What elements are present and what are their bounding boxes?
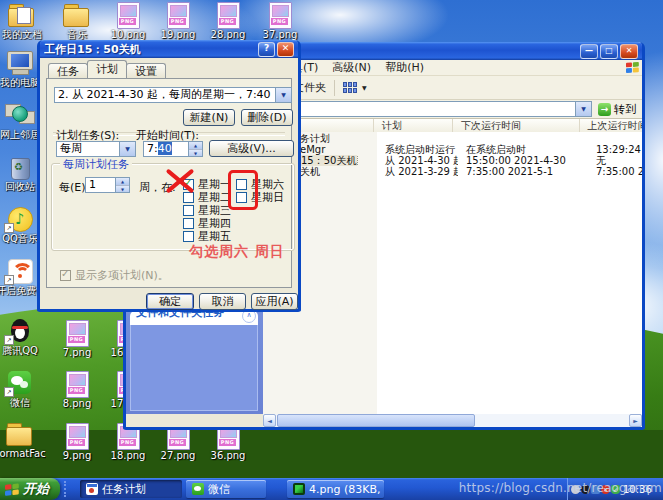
desktop-icon-label: 19.png (152, 29, 204, 40)
red-x-annotation (163, 166, 197, 196)
close-button[interactable]: ✕ (277, 42, 294, 57)
checkbox-icon[interactable]: ✓ (183, 231, 194, 242)
checkbox-friday[interactable]: ✓ 星期五 (183, 229, 231, 244)
desktop-icon-10png[interactable]: PNG 10.png (102, 2, 154, 40)
taskbar-item-wechat[interactable]: 微信 (186, 480, 266, 498)
desktop-icon-label: 微信 (0, 397, 46, 408)
desktop-icon-formatfactory[interactable]: FormatFac... (0, 421, 46, 459)
spin-down-icon: ▼ (189, 150, 202, 157)
address-dropdown-icon[interactable]: ▼ (575, 102, 591, 116)
desktop-icon-tencent-qq[interactable]: ↗ 腾讯QQ (0, 318, 46, 356)
desktop-icon-28png[interactable]: PNG 28.png (202, 2, 254, 40)
table-row[interactable]: 关机 从 2021-3-29 起... 7:35:00 2021-5-1 7:3… (263, 166, 642, 177)
png-file-icon: PNG (60, 371, 94, 397)
table-row[interactable]: eMgr 系统启动时运行 在系统启动时 13:29:24 2 (263, 144, 642, 155)
start-button[interactable]: 开始 (0, 478, 60, 500)
schedule-tab-panel: 2. 从 2021-4-30 起，每周的星期一，7:40 ▼ 新建(N) 删除(… (46, 78, 292, 288)
red-box-annotation (228, 170, 258, 210)
column-header-last-run[interactable]: 上次运行时间 (580, 119, 642, 132)
horizontal-scrollbar[interactable]: ◄ ► (263, 414, 642, 427)
cancel-button[interactable]: 取消 (199, 293, 246, 310)
desktop-icon-wechat[interactable]: ↗ 微信 (0, 370, 46, 408)
checkbox-icon[interactable]: ✓ (183, 218, 194, 229)
desktop-icon-music-folder[interactable]: 音乐 (51, 2, 103, 40)
tasks-group-header[interactable]: 文件和文件夹任务 ∧ (130, 311, 258, 325)
chevron-down-icon[interactable]: ▼ (119, 142, 135, 156)
schedule-type-value: 每周 (57, 142, 119, 156)
checkbox-show-multiple[interactable]: ✓ 显示多项计划(N)。 (60, 268, 169, 283)
desktop: 我的文档 音乐 PNG 10.png PNG 19.png PNG 28.png… (0, 0, 663, 500)
my-computer-icon (3, 50, 37, 76)
column-header-next-run[interactable]: 下次运行时间 (453, 119, 580, 132)
taskbar-item-label: 4.png (83KB, 102... (309, 483, 384, 496)
column-header-schedule[interactable]: 计划 (374, 119, 453, 132)
schedule-list-combobox[interactable]: 2. 从 2021-4-30 起，每周的星期一，7:40 ▼ (54, 87, 292, 103)
task-next-run: 在系统启动时 (458, 144, 588, 155)
tab-settings[interactable]: 设置 (126, 63, 166, 78)
schedule-combo-value: 2. 从 2021-4-30 起，每周的星期一，7:40 (55, 88, 275, 102)
task-next-run: 15:50:00 2021-4-30 (458, 155, 588, 166)
weekday-label: 星期五 (198, 229, 231, 244)
checkbox-icon[interactable]: ✓ (60, 270, 71, 281)
scroll-left-icon[interactable]: ◄ (263, 414, 276, 427)
new-button[interactable]: 新建(N) (183, 109, 235, 126)
desktop-icon-label: 10.png (102, 29, 154, 40)
scroll-right-icon[interactable]: ► (629, 414, 642, 427)
desktop-icon-label: 37.png (254, 29, 306, 40)
help-button[interactable]: ? (258, 42, 275, 57)
desktop-icon-label: 8.png (51, 398, 103, 409)
image-viewer-icon (293, 483, 305, 495)
chevron-down-icon[interactable]: ▼ (275, 88, 291, 102)
every-weeks-input[interactable]: 1 ▲▼ (85, 177, 130, 193)
chevron-down-icon: ▼ (362, 84, 367, 91)
delete-button[interactable]: 删除(D) (241, 109, 293, 126)
table-row-selected[interactable]: 15：50关机 从 2021-4-30 起... 15:50:00 2021-4… (263, 155, 642, 166)
taskbar-item-label: 任务计划 (102, 482, 146, 497)
close-button[interactable]: ✕ (620, 44, 638, 59)
schedule-type-combobox[interactable]: 每周 ▼ (56, 141, 136, 157)
views-icon (343, 82, 357, 94)
menu-help[interactable]: 帮助(H) (378, 60, 431, 75)
views-button[interactable]: ▼ (339, 80, 371, 96)
advanced-button[interactable]: 高级(V)... (209, 140, 294, 157)
checkbox-icon[interactable]: ✓ (183, 205, 194, 216)
desktop-icon-9png[interactable]: PNG 9.png (51, 423, 103, 461)
task-properties-dialog: 工作日15：50关机 ? ✕ 任务 计划 设置 2. 从 2021-4-30 起… (37, 40, 301, 312)
desktop-icon-37png[interactable]: PNG 37.png (254, 2, 306, 40)
dialog-titlebar[interactable]: 工作日15：50关机 ? ✕ (40, 40, 298, 58)
desktop-icon-8png[interactable]: PNG 8.png (51, 371, 103, 409)
desktop-icon-7png[interactable]: PNG 7.png (51, 320, 103, 358)
time-spinner[interactable]: ▲▼ (188, 142, 202, 156)
tab-schedule[interactable]: 计划 (87, 60, 127, 78)
desktop-icon-label: 9.png (51, 450, 103, 461)
task-schedule: 从 2021-4-30 起... (377, 155, 458, 166)
quick-launch-handle[interactable] (64, 481, 70, 497)
ok-button[interactable]: 确定 (146, 293, 194, 310)
spin-up-icon: ▲ (116, 178, 129, 186)
desktop-icon-label: 音乐 (51, 29, 103, 40)
wechat-icon: ↗ (3, 370, 37, 396)
csdn-watermark: https://blog.csdn.net/reaoganqm (459, 481, 662, 495)
tab-task[interactable]: 任务 (48, 63, 88, 78)
scrollbar-thumb[interactable] (277, 414, 475, 427)
menu-advanced[interactable]: 高级(N) (325, 60, 378, 75)
maximize-button[interactable]: □ (600, 44, 618, 59)
desktop-icon-my-documents[interactable]: 我的文档 (0, 2, 48, 40)
taskbar-item-task-scheduler[interactable]: 任务计划 (80, 480, 182, 498)
apply-button[interactable]: 应用(A) (251, 293, 298, 310)
task-last-run: 13:29:24 2 (588, 144, 642, 155)
start-time-input[interactable]: 7:40 ▲▼ (143, 141, 203, 157)
go-button[interactable]: → 转到 (595, 102, 639, 117)
taskbar-item-image-viewer[interactable]: 4.png (83KB, 102... (287, 480, 384, 498)
desktop-icon-19png[interactable]: PNG 19.png (152, 2, 204, 40)
red-text-annotation: 勾选周六 周日 (189, 243, 285, 261)
spin-up-icon: ▲ (189, 142, 202, 150)
tasks-group-body (130, 325, 258, 411)
minimize-button[interactable]: — (580, 44, 598, 59)
qq-penguin-icon: ↗ (3, 318, 37, 344)
weeks-spinner[interactable]: ▲▼ (115, 178, 129, 192)
table-row[interactable]: 务计划 (263, 133, 642, 144)
windows-logo-icon (625, 61, 640, 74)
desktop-icon-label: 36.png (202, 450, 254, 461)
qq-music-icon: ↗ (3, 206, 37, 232)
